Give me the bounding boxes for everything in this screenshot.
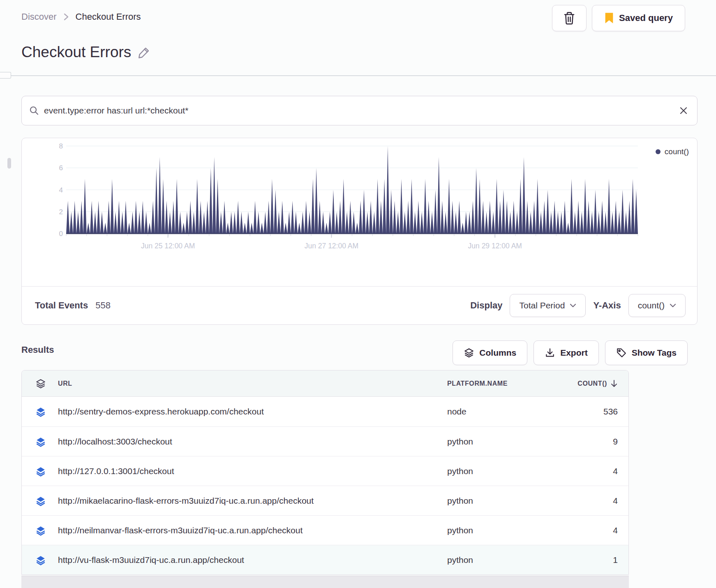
url-cell: http://vu-flask-m3uuizd7iq-uc.a.run.app/… [58, 555, 244, 565]
results-table: URL PLATFORM.NAME COUNT() http://sentry-… [21, 370, 629, 575]
count-cell: 4 [613, 496, 618, 506]
svg-text:8: 8 [59, 142, 63, 150]
header-divider [0, 75, 716, 76]
column-header-platform[interactable]: PLATFORM.NAME [447, 380, 508, 387]
url-cell: http://sentry-demos-express.herokuapp.co… [58, 407, 264, 417]
table-row[interactable]: http://127.0.0.1:3001/checkoutpython4 [22, 456, 628, 486]
svg-text:0: 0 [59, 230, 63, 238]
yaxis-select[interactable]: count() [628, 294, 686, 317]
page-title: Checkout Errors [21, 44, 151, 61]
table-row[interactable]: http://sentry-demos-express.herokuapp.co… [22, 397, 628, 426]
count-cell: 536 [603, 407, 618, 417]
svg-text:6: 6 [59, 164, 63, 172]
chevron-down-icon [670, 303, 676, 308]
chart-footer: Total Events 558 Display Total Period Y-… [22, 286, 697, 324]
table-footer-strip [21, 576, 629, 588]
saved-query-button[interactable]: Saved query [592, 5, 685, 31]
collapse-handle[interactable] [0, 72, 11, 79]
delete-query-button[interactable] [552, 5, 587, 31]
edit-pencil-icon[interactable] [138, 46, 151, 59]
svg-text:4: 4 [59, 186, 63, 194]
tag-icon [616, 347, 627, 358]
url-cell: http://127.0.0.1:3001/checkout [58, 466, 174, 476]
count-cell: 4 [613, 466, 618, 476]
saved-query-label: Saved query [619, 13, 673, 23]
platform-cell: python [447, 437, 473, 447]
svg-text:Jun 27 12:00 AM: Jun 27 12:00 AM [305, 242, 358, 250]
column-header-url[interactable]: URL [58, 380, 72, 387]
sort-desc-arrow-icon [610, 380, 618, 388]
display-select[interactable]: Total Period [510, 294, 586, 317]
platform-cell: python [447, 466, 473, 476]
show-tags-button[interactable]: Show Tags [605, 340, 688, 365]
export-button[interactable]: Export [534, 340, 599, 365]
events-area-chart: 02468Jun 25 12:00 AMJun 27 12:00 AMJun 2… [46, 142, 662, 262]
breadcrumb: Discover Checkout Errors [21, 12, 141, 22]
search-icon [29, 106, 39, 116]
row-layers-icon[interactable] [35, 465, 46, 477]
table-row[interactable]: http://localhost:3003/checkoutpython9 [22, 426, 628, 456]
row-layers-icon[interactable] [35, 406, 46, 417]
row-layers-icon[interactable] [35, 525, 46, 536]
platform-cell: python [447, 525, 473, 535]
trash-icon [563, 12, 575, 25]
results-actions: Columns Export Show Tags [21, 340, 688, 365]
events-chart-panel: count() 02468Jun 25 12:00 AMJun 27 12:00… [21, 138, 698, 325]
columns-button[interactable]: Columns [453, 340, 527, 365]
breadcrumb-discover-link[interactable]: Discover [21, 12, 57, 22]
table-row[interactable]: http://neilmanvar-flask-errors-m3uuizd7i… [22, 515, 628, 545]
svg-text:2: 2 [59, 208, 63, 216]
url-cell: http://neilmanvar-flask-errors-m3uuizd7i… [58, 525, 303, 535]
platform-cell: python [447, 496, 473, 506]
svg-text:Jun 25 12:00 AM: Jun 25 12:00 AM [141, 242, 195, 250]
search-input[interactable] [44, 106, 674, 116]
column-header-count[interactable]: COUNT() [577, 380, 618, 388]
chevron-down-icon [570, 303, 576, 308]
table-row[interactable]: http://vu-flask-m3uuizd7iq-uc.a.run.app/… [22, 545, 628, 574]
edit-columns-icon[interactable] [35, 378, 46, 389]
count-cell: 4 [613, 525, 618, 535]
count-cell: 1 [613, 555, 618, 565]
url-cell: http://mikaelacarino-flask-errors-m3uuiz… [58, 496, 314, 506]
row-layers-icon[interactable] [35, 436, 46, 447]
platform-cell: node [447, 407, 467, 417]
table-row[interactable]: http://mikaelacarino-flask-errors-m3uuiz… [22, 486, 628, 515]
display-label: Display [470, 300, 502, 311]
bookmark-icon [604, 12, 614, 24]
total-events-value: 558 [95, 300, 111, 311]
table-header-row: URL PLATFORM.NAME COUNT() [22, 370, 628, 397]
scroll-indicator[interactable] [7, 158, 11, 169]
platform-cell: python [447, 555, 473, 565]
total-events-label: Total Events [35, 300, 88, 311]
legend-label: count() [665, 147, 689, 156]
svg-text:Jun 29 12:00 AM: Jun 29 12:00 AM [468, 242, 522, 250]
chevron-right-icon [63, 12, 69, 21]
row-layers-icon[interactable] [35, 495, 46, 507]
yaxis-label: Y-Axis [593, 300, 621, 311]
row-layers-icon[interactable] [35, 554, 46, 566]
clear-search-icon[interactable] [679, 106, 688, 115]
url-cell: http://localhost:3003/checkout [58, 437, 172, 447]
table-body: http://sentry-demos-express.herokuapp.co… [22, 397, 628, 574]
breadcrumb-current: Checkout Errors [76, 12, 141, 22]
count-cell: 9 [613, 437, 618, 447]
search-bar [21, 96, 698, 125]
layers-icon [464, 347, 474, 358]
download-icon [545, 347, 555, 358]
